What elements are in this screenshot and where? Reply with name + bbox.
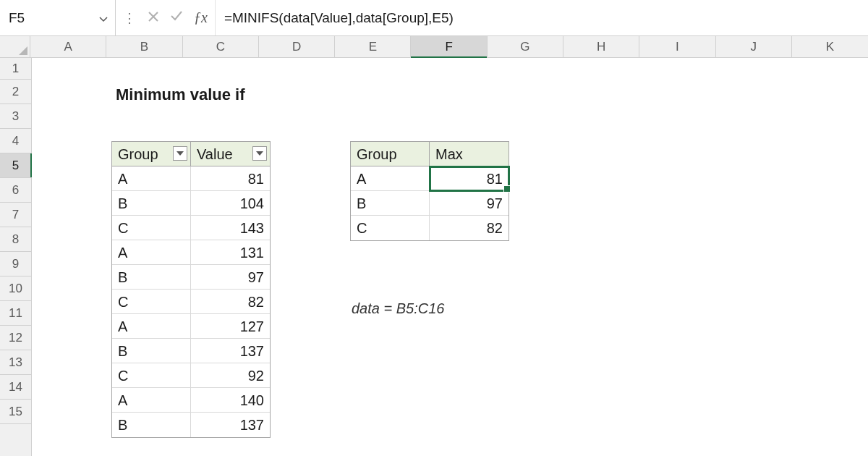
column-header-G[interactable]: G (488, 36, 563, 57)
cell-value[interactable]: 131 (191, 240, 270, 264)
row-header-6[interactable]: 6 (0, 178, 31, 203)
cell-value[interactable]: 81 (191, 166, 270, 190)
cell-value[interactable]: 92 (191, 363, 270, 387)
row-header-5[interactable]: 5 (0, 153, 31, 178)
cell-value[interactable]: 104 (191, 191, 270, 215)
col-header-group-label: Group (118, 146, 158, 162)
name-box[interactable]: F5 (0, 0, 116, 35)
table-row[interactable]: A81 (351, 166, 509, 191)
column-header-C[interactable]: C (183, 36, 259, 57)
formula-input[interactable]: =MINIFS(data[Value],data[Group],E5) (216, 0, 868, 35)
column-header-H[interactable]: H (563, 36, 639, 57)
row-header-12[interactable]: 12 (0, 326, 31, 350)
table-row[interactable]: A131 (112, 240, 270, 265)
cell-group[interactable]: A (112, 240, 191, 264)
table-row[interactable]: C143 (112, 216, 270, 240)
column-header-D[interactable]: D (259, 36, 335, 57)
col-header-group[interactable]: Group (112, 142, 191, 166)
data-table: Group Value A81B104C143A131B97C82A127B13… (111, 141, 271, 438)
row-header-9[interactable]: 9 (0, 252, 31, 276)
cell-value[interactable]: 137 (191, 339, 270, 363)
sheet-area[interactable]: Minimum value if Group Value A81B104C1 (32, 58, 868, 456)
row-header-3[interactable]: 3 (0, 104, 31, 129)
col-header-value[interactable]: Value (191, 142, 270, 166)
col-header-max[interactable]: Max (430, 142, 509, 166)
cell-group[interactable]: B (112, 339, 191, 363)
name-box-value: F5 (9, 10, 25, 26)
table-row[interactable]: A81 (112, 166, 270, 191)
table-row[interactable]: B137 (112, 413, 270, 437)
row-header-11[interactable]: 11 (0, 301, 31, 326)
range-note: data = B5:C16 (352, 300, 444, 317)
sheet-title: Minimum value if (116, 85, 244, 104)
table-row[interactable]: C82 (112, 290, 270, 314)
column-header-B[interactable]: B (106, 36, 182, 57)
formula-bar: F5 ⋮ ƒx =MINIFS(data[Value],data[Group],… (0, 0, 868, 36)
table-row[interactable]: B97 (112, 265, 270, 290)
enter-icon[interactable] (169, 9, 184, 27)
cell-value[interactable]: 97 (191, 265, 270, 289)
cell-value[interactable]: 82 (191, 290, 270, 313)
col-header-group-label: Group (357, 146, 397, 162)
cell-group[interactable]: C (112, 363, 191, 387)
select-all-button[interactable] (0, 36, 30, 57)
formula-bar-controls: ⋮ ƒx (116, 0, 216, 35)
table-row[interactable]: A127 (112, 314, 270, 339)
cancel-icon[interactable] (148, 10, 159, 26)
data-table-header: Group Value (112, 142, 270, 166)
table-row[interactable]: C82 (351, 216, 509, 240)
chevron-down-icon[interactable] (99, 10, 108, 26)
cell-value[interactable]: 137 (191, 413, 270, 437)
summary-table-header: Group Max (351, 142, 509, 166)
cell-group[interactable]: A (112, 388, 191, 412)
row-header-4[interactable]: 4 (0, 129, 31, 153)
col-header-group[interactable]: Group (351, 142, 430, 166)
row-headers: 123456789101112131415 (0, 58, 32, 456)
cell-group[interactable]: A (112, 314, 191, 338)
cell-max[interactable]: 97 (430, 191, 509, 215)
fx-icon[interactable]: ƒx (194, 9, 208, 26)
cell-group[interactable]: C (112, 290, 191, 313)
cell-value[interactable]: 143 (191, 216, 270, 240)
col-header-value-label: Value (197, 146, 233, 162)
table-row[interactable]: B97 (351, 191, 509, 216)
row-header-13[interactable]: 13 (0, 350, 31, 375)
formula-text: =MINIFS(data[Value],data[Group],E5) (224, 10, 454, 26)
summary-table: Group Max A81B97C82 (350, 141, 509, 241)
cell-group[interactable]: B (112, 413, 191, 437)
table-row[interactable]: C92 (112, 363, 270, 388)
table-row[interactable]: B104 (112, 191, 270, 216)
column-header-I[interactable]: I (639, 36, 715, 57)
cell-group[interactable]: C (351, 216, 430, 240)
cell-group[interactable]: B (351, 191, 430, 215)
column-header-E[interactable]: E (335, 36, 411, 57)
filter-icon[interactable] (252, 146, 267, 161)
column-header-J[interactable]: J (716, 36, 792, 57)
col-header-max-label: Max (435, 146, 463, 162)
grid: 123456789101112131415 Minimum value if G… (0, 58, 868, 456)
cell-max[interactable]: 82 (430, 216, 509, 240)
row-header-7[interactable]: 7 (0, 203, 31, 227)
cell-group[interactable]: C (112, 216, 191, 240)
cell-max[interactable]: 81 (430, 166, 509, 190)
row-header-14[interactable]: 14 (0, 375, 31, 400)
row-header-1[interactable]: 1 (0, 58, 31, 80)
cell-group[interactable]: B (112, 265, 191, 289)
cell-group[interactable]: A (351, 166, 430, 190)
cell-value[interactable]: 127 (191, 314, 270, 338)
column-header-A[interactable]: A (30, 36, 106, 57)
row-header-15[interactable]: 15 (0, 400, 31, 424)
kebab-icon[interactable]: ⋮ (123, 10, 137, 26)
row-header-2[interactable]: 2 (0, 80, 31, 104)
cell-group[interactable]: A (112, 166, 191, 190)
column-headers: ABCDEFGHIJK (0, 36, 868, 58)
filter-icon[interactable] (173, 146, 187, 161)
column-header-F[interactable]: F (411, 36, 487, 57)
cell-value[interactable]: 140 (191, 388, 270, 412)
row-header-8[interactable]: 8 (0, 227, 31, 252)
table-row[interactable]: B137 (112, 339, 270, 363)
column-header-K[interactable]: K (792, 36, 868, 57)
cell-group[interactable]: B (112, 191, 191, 215)
row-header-10[interactable]: 10 (0, 276, 31, 301)
table-row[interactable]: A140 (112, 388, 270, 413)
